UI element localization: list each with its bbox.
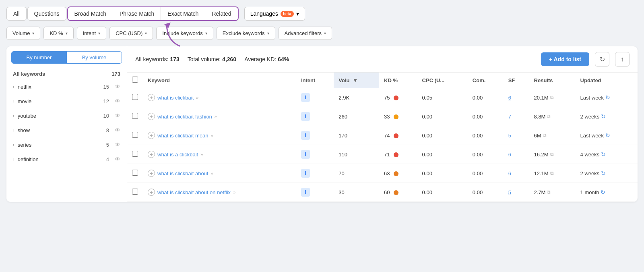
select-all-header[interactable] (127, 73, 143, 88)
sf-link[interactable]: 5 (508, 189, 511, 195)
intent-cell: I (296, 107, 334, 126)
tab-broad-match[interactable]: Broad Match (68, 7, 113, 20)
sidebar-item[interactable]: › definition 4 👁 (6, 152, 127, 166)
kd-filter[interactable]: KD % ▾ (43, 27, 73, 40)
volume-cell: 260 (334, 107, 379, 126)
add-icon[interactable]: + (148, 113, 155, 120)
row-checkbox[interactable] (132, 94, 138, 100)
row-refresh-icon[interactable]: ↻ (605, 94, 610, 101)
add-icon[interactable]: + (148, 170, 155, 177)
add-icon[interactable]: + (148, 94, 155, 101)
sf-cell: 6 (504, 145, 529, 164)
sidebar-item[interactable]: › youtube 10 👁 (6, 108, 127, 123)
row-checkbox[interactable] (132, 151, 138, 157)
sf-link[interactable]: 6 (508, 95, 511, 101)
table-row: + what is clickbait about » I 70 63 0.00… (127, 164, 638, 183)
double-arrow-icon: » (211, 171, 213, 176)
refresh-button[interactable]: ↻ (595, 52, 609, 66)
keyword-cell: + what is clickbait fashion » (143, 107, 296, 126)
sf-cell: 6 (504, 88, 529, 107)
sort-by-number-button[interactable]: By number (12, 52, 67, 63)
add-icon[interactable]: + (148, 189, 155, 196)
volume-filter[interactable]: Volume ▾ (6, 27, 40, 40)
sf-link[interactable]: 7 (508, 114, 511, 120)
eye-icon[interactable]: 👁 (115, 98, 120, 104)
results-copy-icon: ⧉ (547, 114, 551, 119)
tab-all[interactable]: All (6, 7, 27, 21)
table-row: + what is clickbait about on netflix » I… (127, 183, 638, 202)
sort-by-volume-button[interactable]: By volume (67, 52, 122, 63)
com-cell: 0.00 (468, 126, 504, 145)
row-checkbox[interactable] (132, 189, 138, 195)
kd-difficulty-dot (394, 96, 398, 100)
row-checkbox[interactable] (132, 132, 138, 138)
add-icon[interactable]: + (148, 132, 155, 139)
include-keywords-filter[interactable]: Include keywords ▾ (156, 27, 213, 40)
kd-cell: 63 (379, 164, 417, 183)
sf-link[interactable]: 6 (508, 152, 511, 158)
export-button[interactable]: ↑ (615, 52, 630, 66)
row-refresh-icon[interactable]: ↻ (601, 189, 605, 195)
intent-filter[interactable]: Intent ▾ (77, 27, 107, 40)
export-icon: ↑ (621, 56, 624, 63)
refresh-icon: ↻ (600, 56, 605, 63)
eye-icon[interactable]: 👁 (115, 112, 120, 119)
row-refresh-icon[interactable]: ↻ (605, 132, 610, 139)
row-refresh-icon[interactable]: ↻ (601, 113, 606, 120)
row-checkbox-cell[interactable] (127, 88, 143, 107)
sf-link[interactable]: 5 (508, 133, 511, 139)
sf-link[interactable]: 6 (508, 170, 511, 176)
kd-cell: 71 (379, 145, 417, 164)
eye-icon[interactable]: 👁 (115, 141, 120, 148)
tab-related[interactable]: Related (205, 7, 237, 20)
row-checkbox-cell[interactable] (127, 107, 143, 126)
keyword-link[interactable]: + what is clickbait mean » (148, 132, 291, 139)
row-checkbox-cell[interactable] (127, 145, 143, 164)
stats-total-volume: Total volume: 4,260 (188, 56, 236, 62)
eye-icon[interactable]: 👁 (115, 127, 120, 133)
tab-questions[interactable]: Questions (27, 7, 66, 21)
row-checkbox[interactable] (132, 113, 138, 119)
tabs-row: All Questions Broad Match Phrase Match E… (6, 6, 638, 21)
sidebar-sort-buttons: By number By volume (11, 51, 122, 64)
keyword-link[interactable]: + what is clickbait about on netflix » (148, 189, 291, 196)
eye-icon[interactable]: 👁 (115, 156, 120, 162)
updated-cell: 2 weeks ↻ (576, 164, 638, 183)
add-icon[interactable]: + (148, 151, 155, 158)
keyword-link[interactable]: + what is a clickbait » (148, 151, 291, 158)
sidebar-keyword-label: movie (18, 98, 100, 104)
sidebar-item[interactable]: › movie 12 👁 (6, 94, 127, 108)
languages-label: Languages (250, 10, 278, 17)
tab-exact-match[interactable]: Exact Match (161, 7, 205, 20)
keyword-link[interactable]: + what is clickbait about » (148, 170, 291, 177)
advanced-filters-button[interactable]: Advanced filters ▾ (279, 27, 332, 40)
row-checkbox-cell[interactable] (127, 126, 143, 145)
sidebar-item[interactable]: › netflix 15 👁 (6, 79, 127, 94)
row-refresh-icon[interactable]: ↻ (601, 151, 606, 158)
languages-button[interactable]: Languages beta ▾ (244, 7, 305, 21)
row-checkbox-cell[interactable] (127, 164, 143, 183)
results-copy-icon: ⧉ (550, 170, 554, 176)
sidebar-item-count: 4 (106, 156, 109, 162)
tab-phrase-match[interactable]: Phrase Match (113, 7, 161, 20)
eye-icon[interactable]: 👁 (115, 83, 120, 90)
table-row: + what is clickbait » I 2.9K 75 0.05 0.0… (127, 88, 638, 107)
kd-difficulty-dot (394, 171, 398, 176)
chevron-down-icon: ▾ (205, 31, 207, 35)
row-checkbox-cell[interactable] (127, 183, 143, 202)
add-to-list-button[interactable]: + Add to list (541, 52, 589, 66)
row-refresh-icon[interactable]: ↻ (601, 170, 606, 176)
cpc-filter[interactable]: CPC (USD) ▾ (109, 27, 153, 40)
intent-badge: I (301, 188, 310, 197)
sidebar-header-count: 173 (111, 71, 120, 77)
keyword-link[interactable]: + what is clickbait » (148, 94, 291, 101)
row-checkbox[interactable] (132, 170, 138, 176)
volume-cell: 70 (334, 164, 379, 183)
stat-kd-value: 64% (278, 56, 289, 62)
keyword-link[interactable]: + what is clickbait fashion » (148, 113, 291, 120)
sidebar-item[interactable]: › series 5 👁 (6, 137, 127, 152)
select-all-checkbox[interactable] (132, 77, 138, 83)
volume-column-header[interactable]: Volu ▼ (334, 73, 379, 88)
sidebar-item[interactable]: › show 8 👁 (6, 123, 127, 137)
exclude-keywords-filter[interactable]: Exclude keywords ▾ (217, 27, 275, 40)
